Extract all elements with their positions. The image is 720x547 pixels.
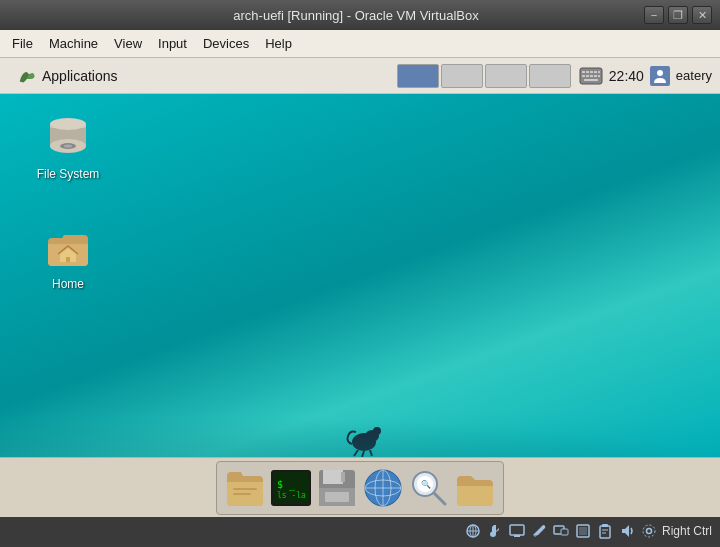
svg-rect-8 <box>590 75 593 77</box>
svg-text:$ _: $ _ <box>277 479 296 491</box>
taskbar-btn-4[interactable] <box>529 64 571 88</box>
clock-time: 22:40 <box>609 68 644 84</box>
svg-rect-10 <box>598 75 600 77</box>
close-button[interactable]: ✕ <box>692 6 712 24</box>
status-settings-icon[interactable] <box>640 522 658 540</box>
svg-rect-7 <box>586 75 589 77</box>
status-clipboard-icon[interactable] <box>596 522 614 540</box>
menu-machine[interactable]: Machine <box>41 33 106 54</box>
taskbar-btn-2[interactable] <box>441 64 483 88</box>
status-network-icon[interactable] <box>464 522 482 540</box>
svg-rect-27 <box>233 488 257 490</box>
svg-point-63 <box>643 525 655 537</box>
svg-rect-6 <box>582 75 585 77</box>
titlebar-controls: − ❐ ✕ <box>644 6 712 24</box>
minimize-button[interactable]: − <box>644 6 664 24</box>
dock-files-icon[interactable] <box>223 466 267 510</box>
titlebar: arch-uefi [Running] - Oracle VM VirtualB… <box>0 0 720 30</box>
svg-rect-55 <box>561 529 568 535</box>
right-ctrl-label[interactable]: Right Ctrl <box>662 524 712 538</box>
status-vm-icon[interactable] <box>574 522 592 540</box>
username-label: eatery <box>676 68 712 83</box>
svg-text:ls -la: ls -la <box>277 491 306 500</box>
dock-search-icon[interactable]: 🔍 <box>407 466 451 510</box>
svg-line-26 <box>370 450 372 456</box>
applications-button[interactable]: Applications <box>8 61 126 91</box>
svg-rect-11 <box>584 79 598 81</box>
dock-floppy-icon[interactable] <box>315 466 359 510</box>
home-icon <box>44 224 92 272</box>
svg-rect-28 <box>233 493 251 495</box>
status-display-icon[interactable] <box>508 522 526 540</box>
svg-line-46 <box>434 493 445 504</box>
svg-rect-58 <box>600 526 610 538</box>
svg-rect-3 <box>590 71 593 73</box>
svg-point-23 <box>373 427 381 435</box>
window-title: arch-uefi [Running] - Oracle VM VirtualB… <box>68 8 644 23</box>
bottom-dock-area: $ _ ls -la <box>0 457 720 517</box>
menu-file[interactable]: File <box>4 33 41 54</box>
svg-rect-59 <box>602 524 608 527</box>
dock-terminal-icon[interactable]: $ _ ls -la <box>269 466 313 510</box>
restore-button[interactable]: ❐ <box>668 6 688 24</box>
dock-browser-icon[interactable] <box>361 466 405 510</box>
svg-rect-53 <box>514 535 520 537</box>
svg-point-20 <box>50 118 86 130</box>
svg-point-21 <box>352 433 376 451</box>
applications-icon <box>16 65 38 87</box>
svg-point-13 <box>657 70 663 76</box>
statusbar: Right Ctrl <box>0 517 720 545</box>
svg-rect-52 <box>510 525 524 535</box>
guest-toolbar: Applications 22:40 <box>0 58 720 94</box>
svg-rect-4 <box>594 71 597 73</box>
svg-rect-57 <box>579 527 587 535</box>
home-label: Home <box>48 276 88 292</box>
dock: $ _ ls -la <box>216 461 504 515</box>
filesystem-label: File System <box>33 166 104 182</box>
clock-area: 22:40 eatery <box>579 66 712 86</box>
menu-view[interactable]: View <box>106 33 150 54</box>
menu-input[interactable]: Input <box>150 33 195 54</box>
taskbar-buttons <box>397 64 571 88</box>
menu-devices[interactable]: Devices <box>195 33 257 54</box>
svg-line-24 <box>354 450 358 456</box>
svg-point-62 <box>646 529 651 534</box>
filesystem-icon <box>44 114 92 162</box>
status-usb-icon[interactable] <box>486 522 504 540</box>
svg-text:🔍: 🔍 <box>421 479 431 489</box>
mouse-cursor <box>342 414 386 457</box>
menubar: File Machine View Input Devices Help <box>0 30 720 58</box>
svg-rect-2 <box>586 71 589 73</box>
svg-rect-37 <box>341 472 345 482</box>
status-screen2-icon[interactable] <box>552 522 570 540</box>
keyboard-icon[interactable] <box>579 66 603 86</box>
svg-rect-1 <box>582 71 585 73</box>
svg-rect-36 <box>325 492 349 502</box>
desktop: File System Home <box>0 94 720 457</box>
svg-rect-34 <box>323 470 343 484</box>
svg-rect-5 <box>598 71 600 73</box>
status-audio-icon[interactable] <box>618 522 636 540</box>
applications-label: Applications <box>42 68 118 84</box>
svg-rect-9 <box>594 75 597 77</box>
status-pen-icon[interactable] <box>530 522 548 540</box>
user-icon <box>650 66 670 86</box>
taskbar-btn-3[interactable] <box>485 64 527 88</box>
svg-point-22 <box>365 430 379 442</box>
taskbar-btn-1[interactable] <box>397 64 439 88</box>
menu-help[interactable]: Help <box>257 33 300 54</box>
desktop-icon-filesystem[interactable]: File System <box>28 114 108 182</box>
desktop-icon-home[interactable]: Home <box>28 224 108 292</box>
svg-point-18 <box>64 145 72 148</box>
dock-folder-icon[interactable] <box>453 466 497 510</box>
